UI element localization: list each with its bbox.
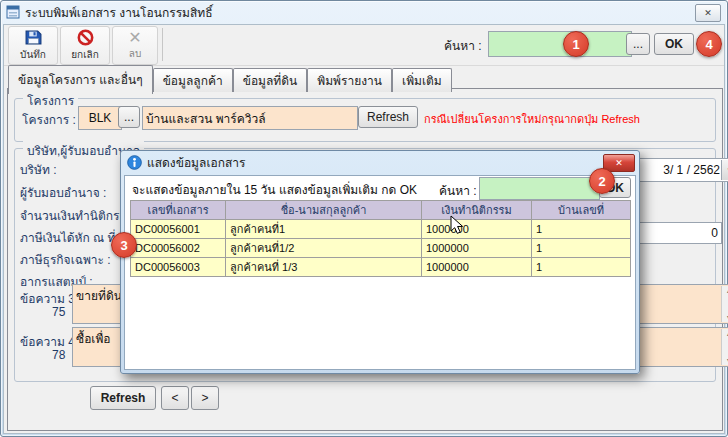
dialog-search-label: ค้นหา : — [439, 181, 477, 200]
message4-text: ซื้อเพื่อ — [76, 329, 111, 348]
tab-print-report[interactable]: พิมพ์รายงาน — [307, 68, 392, 92]
close-icon: ✕ — [615, 158, 623, 168]
window-title: ระบบพิมพ์เอกสาร งานโอนกรรมสิทธิ์ — [25, 3, 213, 22]
cell-doc-number: DC00056003 — [131, 258, 226, 277]
save-label: บันทึก — [20, 47, 46, 62]
toolbar-search-label: ค้นหา : — [444, 36, 482, 55]
ok-label: OK — [665, 37, 683, 51]
document-table: เลขที่เอกสาร ชื่อ-นามสกุลลูกค้า เงินทำนิ… — [130, 200, 631, 277]
delete-label: ลบ — [129, 46, 141, 61]
document-list-dialog: แสดงข้อมูลเอกสาร ✕ จะแสดงข้อมูลภายใน 15 … — [120, 150, 640, 374]
project-refresh-note: กรณีเปลี่ยนโครงการใหม่กรุณากดปุ่ม Refres… — [424, 110, 640, 128]
message4-count: 78 — [52, 348, 65, 362]
business-tax-label: ภาษีธุรกิจเฉพาะ : — [20, 250, 111, 269]
cell-house-number: 1 — [532, 239, 631, 258]
project-label: โครงการ : — [22, 110, 76, 129]
save-icon — [25, 29, 42, 46]
cell-doc-number: DC00056001 — [131, 220, 226, 239]
chevron-down-icon[interactable]: ▼ — [721, 160, 728, 180]
cancel-button[interactable]: ยกเลิก — [60, 26, 110, 65]
dialog-body: จะแสดงข้อมูลภายใน 15 วัน แสดงข้อมูลเพิ่ม… — [124, 175, 636, 370]
table-row[interactable]: DC00056002 ลูกค้าคนที่1/2 1000000 1 — [131, 239, 631, 258]
col-customer-name: ชื่อ-นามสกุลลูกค้า — [226, 201, 422, 220]
cell-customer-name: ลูกค้าคนที่1 — [226, 220, 422, 239]
tab-strip: ข้อมูลโครงการ และอื่นๆ ข้อมูลลูกค้า ข้อม… — [8, 65, 452, 89]
attorney-label: ผู้รับมอบอำนาจ : — [20, 183, 106, 202]
company-label: บริษัท : — [20, 160, 57, 179]
table-header-row: เลขที่เอกสาร ชื่อ-นามสกุลลูกค้า เงินทำนิ… — [131, 201, 631, 220]
annotation-step-2: 2 — [589, 168, 615, 194]
toolbar-browse-button[interactable]: ... — [626, 33, 650, 55]
toolbar-search-input[interactable] — [488, 31, 632, 57]
ellipsis-label: ... — [124, 110, 134, 124]
cell-house-number: 1 — [532, 220, 631, 239]
col-doc-number: เลขที่เอกสาร — [131, 201, 226, 220]
table-row[interactable]: DC00056001 ลูกค้าคนที่1 1000000 1 — [131, 220, 631, 239]
cell-transaction-amount: 1000000 — [422, 220, 532, 239]
dialog-titlebar[interactable]: แสดงข้อมูลเอกสาร — [121, 151, 639, 173]
project-code-field[interactable]: BLK — [78, 106, 122, 130]
table-row[interactable]: DC00056003 ลูกค้าคนที่ 1/3 1000000 1 — [131, 258, 631, 277]
date-value: 3/ 1 / 2562 — [663, 163, 720, 177]
message3-scrollbar[interactable]: ▲ ▼ — [721, 286, 728, 322]
dialog-message: จะแสดงข้อมูลภายใน 15 วัน แสดงข้อมูลเพิ่ม… — [132, 180, 417, 199]
save-button[interactable]: บันทึก — [8, 26, 58, 65]
message3-count: 75 — [52, 305, 65, 319]
project-browse-button[interactable]: ... — [118, 106, 140, 128]
close-icon: ✕ — [704, 8, 712, 18]
col-transaction-amount: เงินทำนิติกรรม — [422, 201, 532, 220]
cancel-label: ยกเลิก — [71, 47, 99, 62]
toolbar-ok-button[interactable]: OK — [654, 33, 694, 55]
annotation-step-4: 4 — [696, 31, 722, 57]
delete-button[interactable]: ✕ ลบ — [112, 26, 158, 65]
window-close-button[interactable]: ✕ — [695, 4, 721, 22]
dialog-title: แสดงข้อมูลเอกสาร — [147, 153, 245, 172]
toolbar: บันทึก ยกเลิก ✕ ลบ ค้นหา : ... OK — [4, 25, 724, 66]
project-refresh-button[interactable]: Refresh — [358, 106, 418, 128]
titlebar: ระบบพิมพ์เอกสาร งานโอนกรรมสิทธิ์ — [0, 0, 728, 24]
message3-text: ขายที่ดิน — [76, 286, 122, 305]
toolbar-separator — [162, 28, 163, 61]
prev-button[interactable]: < — [161, 386, 189, 410]
annotation-step-1: 1 — [563, 31, 589, 57]
tab-extra[interactable]: เพิ่มเติม — [392, 68, 452, 92]
tab-customer-info[interactable]: ข้อมูลลูกค้า — [153, 68, 233, 92]
app-icon — [6, 5, 20, 19]
cell-transaction-amount: 1000000 — [422, 239, 532, 258]
cell-customer-name: ลูกค้าคนที่ 1/3 — [226, 258, 422, 277]
dialog-search-input[interactable] — [479, 177, 600, 200]
cell-customer-name: ลูกค้าคนที่1/2 — [226, 239, 422, 258]
cancel-icon — [77, 29, 94, 46]
tab-land-info[interactable]: ข้อมูลที่ดิน — [233, 68, 308, 92]
project-name-field[interactable]: บ้านและสวน พาร์ควิวล์ — [142, 106, 358, 130]
bottom-refresh-button[interactable]: Refresh — [90, 386, 156, 410]
cell-doc-number: DC00056002 — [131, 239, 226, 258]
ellipsis-label: ... — [633, 37, 643, 51]
business-tax-field[interactable]: 0 — [636, 222, 722, 244]
col-house-number: บ้านเลขที่ — [532, 201, 631, 220]
cell-house-number: 1 — [532, 258, 631, 277]
delete-x-icon: ✕ — [128, 31, 141, 45]
next-button[interactable]: > — [191, 386, 219, 410]
cell-transaction-amount: 1000000 — [422, 258, 532, 277]
annotation-step-3: 3 — [111, 232, 137, 258]
message4-scrollbar[interactable]: ▲ ▼ — [721, 329, 728, 365]
tab-project-info[interactable]: ข้อมูลโครงการ และอื่นๆ — [8, 65, 153, 94]
mouse-cursor — [450, 215, 464, 238]
info-icon — [127, 155, 142, 170]
